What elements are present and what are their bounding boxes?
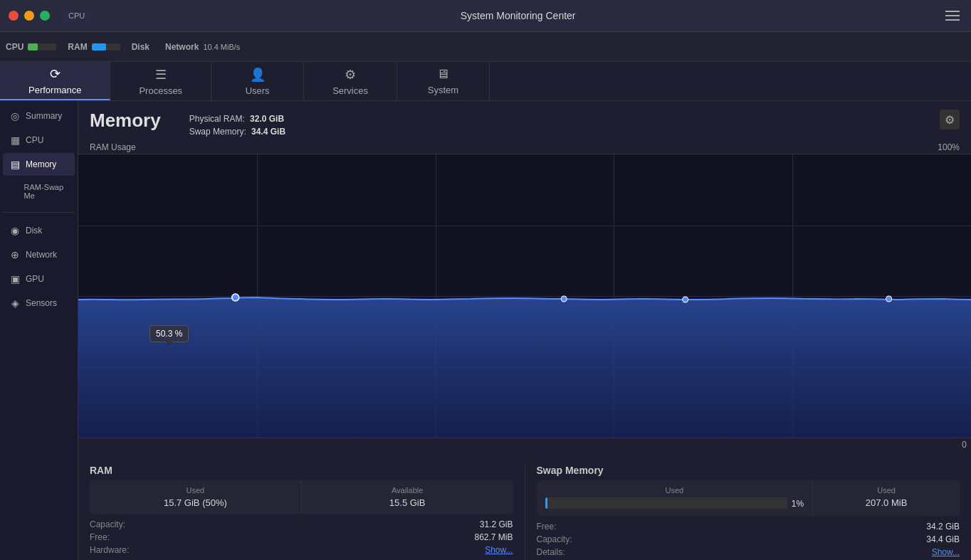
page-info: Physical RAM: 32.0 GiB Swap Memory: 34.4…	[189, 110, 285, 137]
sidebar-sensors-label: Sensors	[26, 298, 57, 308]
sidebar-item-ramswap[interactable]: RAM-Swap Me	[3, 177, 75, 206]
sidebar-item-summary[interactable]: ◎ Summary	[3, 105, 75, 127]
ram-capacity-row: Capacity: 31.2 GiB	[90, 519, 513, 529]
menu-button[interactable]	[945, 7, 962, 24]
tab-processes-label: Processes	[139, 85, 182, 96]
mini-tab-cpu[interactable]: CPU	[63, 10, 90, 21]
settings-button[interactable]: ⚙	[940, 110, 960, 130]
ram-capacity-value: 31.2 GiB	[480, 519, 513, 529]
ram-used-value: 15.7 GiB (50%)	[98, 497, 293, 508]
network-label: Network	[165, 42, 199, 52]
disk-metric: Disk	[132, 42, 154, 52]
menu-icon	[945, 11, 960, 12]
minimize-button[interactable]	[24, 11, 34, 21]
nav-tabs: ⟳ Performance ☰ Processes 👤 Users ⚙ Serv…	[0, 62, 971, 101]
tab-services-label: Services	[332, 85, 368, 96]
network-value: 10.4 MiB/s	[203, 43, 240, 51]
chart-label-row: RAM Usage 100%	[78, 142, 971, 154]
chart-svg	[78, 154, 971, 438]
cpu-label: CPU	[6, 42, 23, 52]
sidebar-item-sensors[interactable]: ◈ Sensors	[3, 292, 75, 315]
tab-system[interactable]: 🖥 System	[397, 62, 490, 100]
swap-free-row: Free: 34.2 GiB	[537, 522, 960, 532]
ram-section: RAM Used 15.7 GiB (50%) Available 15.5 G…	[78, 465, 525, 560]
swap-bar-fill	[545, 497, 547, 509]
swap-used-label2: Used	[822, 486, 951, 495]
sidebar: ◎ Summary ▦ CPU ▤ Memory RAM-Swap Me ◉ D…	[0, 101, 78, 560]
sidebar-memory-label: Memory	[26, 159, 56, 169]
content-area: Memory Physical RAM: 32.0 GiB Swap Memor…	[78, 101, 971, 560]
sidebar-summary-label: Summary	[26, 111, 62, 121]
sidebar-disk-label: Disk	[26, 226, 42, 236]
sidebar-item-gpu[interactable]: ▣ GPU	[3, 268, 75, 290]
titlebar-controls: CPU	[9, 10, 90, 21]
swap-capacity-row: Capacity: 34.4 GiB	[537, 534, 960, 544]
cpu-bar	[28, 43, 56, 51]
chart-bottom-label: 0	[78, 438, 971, 451]
ram-used-cell: Used 15.7 GiB (50%)	[90, 480, 302, 514]
cpu-icon: ▦	[9, 134, 21, 146]
tab-processes[interactable]: ☰ Processes	[110, 62, 211, 100]
menu-icon	[945, 15, 960, 16]
swap-section-title: Swap Memory	[537, 465, 960, 476]
swap-bar-percent: 1%	[792, 499, 804, 509]
tab-users[interactable]: 👤 Users	[211, 62, 304, 100]
tab-users-label: Users	[246, 85, 270, 96]
physical-ram-row: Physical RAM: 32.0 GiB	[189, 114, 285, 124]
ram-capacity-label: Capacity:	[90, 519, 125, 529]
disk-icon: ◉	[9, 225, 21, 236]
main-layout: ◎ Summary ▦ CPU ▤ Memory RAM-Swap Me ◉ D…	[0, 101, 971, 560]
sidebar-item-memory[interactable]: ▤ Memory	[3, 153, 75, 176]
sidebar-item-network[interactable]: ⊕ Network	[3, 243, 75, 266]
swap-capacity-value: 34.4 GiB	[926, 534, 960, 544]
swap-memory-row: Swap Memory: 34.4 GiB	[189, 127, 285, 137]
performance-icon: ⟳	[50, 66, 61, 82]
physical-ram-label: Physical RAM:	[189, 114, 245, 124]
ram-usage-row: Used 15.7 GiB (50%) Available 15.5 GiB	[90, 480, 513, 514]
chart-y-label-bottom: 0	[962, 440, 967, 450]
tab-services[interactable]: ⚙ Services	[304, 62, 397, 100]
ram-available-cell: Available 15.5 GiB	[302, 480, 513, 514]
ram-available-label: Available	[310, 486, 505, 495]
ram-hardware-label: Hardware:	[90, 545, 129, 555]
ram-metric: RAM	[68, 42, 120, 52]
network-metric: Network 10.4 MiB/s	[165, 42, 240, 52]
cpu-metric: CPU	[6, 42, 56, 52]
swap-section: Swap Memory Used 1% Used 207.0 MiB	[525, 465, 972, 560]
ram-available-value: 15.5 GiB	[310, 497, 505, 508]
sidebar-divider	[3, 212, 75, 213]
chart-y-label-top: 100%	[938, 142, 960, 152]
swap-details-link[interactable]: Show...	[932, 547, 960, 557]
network-icon: ⊕	[9, 249, 21, 260]
swap-free-label: Free:	[537, 522, 557, 532]
ram-free-label: Free:	[90, 532, 110, 542]
swap-capacity-label: Capacity:	[537, 534, 572, 544]
cpu-bar-fill	[28, 43, 38, 51]
sidebar-ramswap-label: RAM-Swap Me	[23, 183, 69, 200]
metrics-bar: CPU RAM Disk Network 10.4 MiB/s	[0, 32, 971, 62]
chart-canvas: 50.3 %	[78, 154, 971, 438]
memory-icon: ▤	[9, 159, 21, 170]
swap-memory-label: Swap Memory:	[189, 127, 246, 137]
swap-memory-value: 34.4 GiB	[251, 127, 285, 137]
sidebar-item-disk[interactable]: ◉ Disk	[3, 219, 75, 242]
physical-ram-value: 32.0 GiB	[250, 114, 284, 124]
svg-point-3	[886, 296, 892, 302]
sidebar-gpu-label: GPU	[26, 274, 44, 284]
close-button[interactable]	[9, 11, 19, 21]
maximize-button[interactable]	[40, 11, 50, 21]
ram-bar	[92, 43, 120, 51]
swap-used-label: Used	[545, 486, 804, 495]
ram-hardware-link[interactable]: Show...	[485, 545, 513, 555]
titlebar: CPU System Monitoring Center	[0, 0, 971, 32]
menu-icon	[945, 19, 960, 21]
swap-used-value: 207.0 MiB	[822, 497, 951, 508]
system-icon: 🖥	[436, 67, 449, 82]
processes-icon: ☰	[155, 67, 167, 83]
ram-used-label: Used	[98, 486, 293, 495]
swap-bar-cell: Used 1%	[537, 480, 814, 516]
disk-label: Disk	[132, 42, 149, 52]
tab-performance[interactable]: ⟳ Performance	[0, 62, 110, 100]
tab-performance-label: Performance	[28, 85, 81, 95]
sidebar-item-cpu[interactable]: ▦ CPU	[3, 129, 75, 152]
